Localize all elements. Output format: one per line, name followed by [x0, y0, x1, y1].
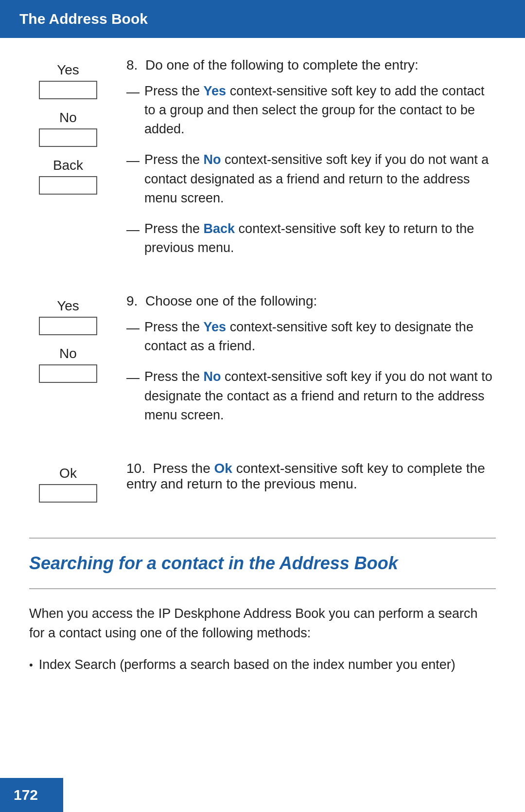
step-8-instructions: 8. Do one of the following to complete t…	[126, 57, 496, 269]
step-10-keys: Ok	[29, 461, 107, 513]
step-8-bullet-3: — Press the Back context-sensitive soft …	[126, 219, 496, 257]
yes-key-ref-2: Yes	[204, 320, 227, 334]
step-10-instructions: 10. Press the Ok context-sensitive soft …	[126, 461, 496, 513]
search-section-intro: When you access the IP Deskphone Address…	[29, 604, 496, 643]
step-9-instructions: 9. Choose one of the following: — Press …	[126, 293, 496, 436]
no-label-1: No	[59, 110, 77, 126]
step-8-bullet-3-text: Press the Back context-sensitive soft ke…	[144, 219, 496, 257]
bullet-dot-1: •	[29, 657, 33, 673]
step-8-bullet-2-text: Press the No context-sensitive soft key …	[144, 150, 496, 207]
yes-label-2: Yes	[57, 298, 79, 314]
step-9-bullet-2-text: Press the No context-sensitive soft key …	[144, 367, 496, 424]
dash-4: —	[126, 319, 140, 338]
yes-label-1: Yes	[57, 62, 79, 78]
search-bullets: • Index Search (performs a search based …	[29, 655, 496, 675]
back-key-ref-1: Back	[204, 221, 235, 236]
step-9-number: 9. Choose one of the following:	[126, 293, 496, 309]
header-title: The Address Book	[19, 11, 148, 27]
step-8-bullet-1-text: Press the Yes context-sensitive soft key…	[144, 82, 496, 139]
ok-label-1: Ok	[59, 466, 77, 481]
no-key-ref-2: No	[204, 369, 221, 384]
dash-1: —	[126, 83, 140, 102]
step-9-bullet-1: — Press the Yes context-sensitive soft k…	[126, 318, 496, 356]
no-button-2[interactable]	[39, 364, 97, 383]
step-8-bullet-1: — Press the Yes context-sensitive soft k…	[126, 82, 496, 139]
yes-button-2[interactable]	[39, 317, 97, 335]
search-bullet-1-text: Index Search (performs a search based on…	[39, 655, 455, 675]
step-9-bullet-2: — Press the No context-sensitive soft ke…	[126, 367, 496, 424]
no-label-2: No	[59, 346, 77, 361]
search-section-heading: Searching for a contact in the Address B…	[29, 553, 496, 574]
step-10-text: 10. Press the Ok context-sensitive soft …	[126, 461, 496, 492]
section-divider	[29, 538, 496, 539]
step-9-keys: Yes No	[29, 293, 107, 436]
yes-key-ref-1: Yes	[204, 84, 227, 98]
step-9-section: Yes No 9. Choose one of the following: —…	[29, 293, 496, 436]
step-8-bullet-2: — Press the No context-sensitive soft ke…	[126, 150, 496, 207]
page-content: Yes No Back 8. Do one of the following t…	[0, 38, 525, 708]
step-9-bullet-1-text: Press the Yes context-sensitive soft key…	[144, 318, 496, 356]
header-bar: The Address Book	[0, 0, 525, 38]
page-footer: 172	[0, 778, 63, 812]
step-9-bullets: — Press the Yes context-sensitive soft k…	[126, 318, 496, 425]
no-button-1[interactable]	[39, 128, 97, 147]
step-8-section: Yes No Back 8. Do one of the following t…	[29, 57, 496, 269]
dash-5: —	[126, 368, 140, 387]
back-label-1: Back	[53, 158, 83, 173]
search-bullet-1: • Index Search (performs a search based …	[29, 655, 496, 675]
dash-3: —	[126, 220, 140, 239]
step-10-section: Ok 10. Press the Ok context-sensitive so…	[29, 461, 496, 513]
back-button-1[interactable]	[39, 176, 97, 195]
ok-button-1[interactable]	[39, 484, 97, 503]
step-8-bullets: — Press the Yes context-sensitive soft k…	[126, 82, 496, 257]
section-divider-2	[29, 588, 496, 589]
ok-key-ref-1: Ok	[214, 461, 232, 476]
step-8-keys: Yes No Back	[29, 57, 107, 269]
dash-2: —	[126, 151, 140, 170]
page-number: 172	[14, 787, 38, 803]
yes-button-1[interactable]	[39, 81, 97, 99]
no-key-ref-1: No	[204, 152, 221, 167]
step-8-number: 8. Do one of the following to complete t…	[126, 57, 496, 73]
